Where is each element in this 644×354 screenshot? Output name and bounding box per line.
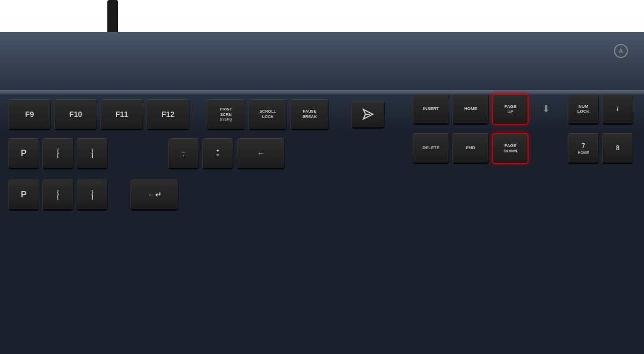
key-scroll-lock[interactable]: SCROLL LOCK	[248, 99, 287, 130]
key-bracket-right[interactable]: } ]	[77, 138, 108, 169]
key-insert[interactable]: INSERT	[413, 94, 449, 125]
key-f10[interactable]: F10	[54, 99, 97, 130]
key-p2[interactable]: P	[8, 180, 39, 211]
keyboard-container: ✦	[0, 0, 644, 354]
key-backspace[interactable]: ←	[237, 138, 285, 169]
key-brace-close[interactable]: } ]	[77, 180, 108, 211]
key-end[interactable]: END	[452, 133, 489, 164]
key-minus[interactable]: _ -	[168, 138, 199, 169]
numpad-cluster: NUM LOCK / 7 HOME 8	[568, 94, 633, 164]
numpad-row-2: 7 HOME 8	[568, 133, 633, 164]
key-numpad-slash[interactable]: /	[602, 94, 633, 125]
scroll-indicator: ⬇	[542, 103, 550, 115]
key-p[interactable]: P	[8, 138, 39, 169]
key-page-down[interactable]: PAGEDOWN	[492, 133, 529, 164]
key-delete[interactable]: DELETE	[413, 133, 449, 164]
caps-lock-indicator: A	[614, 44, 628, 58]
key-print-screen[interactable]: PRINT SCRN SYSRQ	[207, 99, 245, 130]
nav-row-2: DELETE END PAGEDOWN	[413, 133, 529, 164]
key-page-up[interactable]: PAGEUP	[492, 94, 529, 125]
key-num-lock[interactable]: NUM LOCK	[568, 94, 599, 125]
key-pause-break[interactable]: PAUSE BREAK	[290, 99, 329, 130]
key-numpad-8[interactable]: 8	[602, 133, 633, 164]
key-special-fn[interactable]	[352, 101, 385, 129]
key-f12[interactable]: F12	[147, 99, 189, 130]
key-bracket-left[interactable]: { [	[42, 138, 74, 169]
key-enter[interactable]: ←↵	[130, 180, 179, 211]
numpad-row-1: NUM LOCK /	[568, 94, 633, 125]
key-equals[interactable]: + =	[202, 138, 233, 169]
key-numpad-7[interactable]: 7 HOME	[568, 133, 599, 164]
top-divider	[0, 90, 644, 94]
key-f11[interactable]: F11	[100, 99, 143, 130]
key-f9[interactable]: F9	[8, 99, 51, 130]
nav-cluster: INSERT HOME PAGEUP DELETE END PAGEDOWN	[413, 94, 529, 164]
key-brace-open[interactable]: { [	[42, 180, 74, 211]
key-home[interactable]: HOME	[452, 94, 489, 125]
nav-row-1: INSERT HOME PAGEUP	[413, 94, 529, 125]
